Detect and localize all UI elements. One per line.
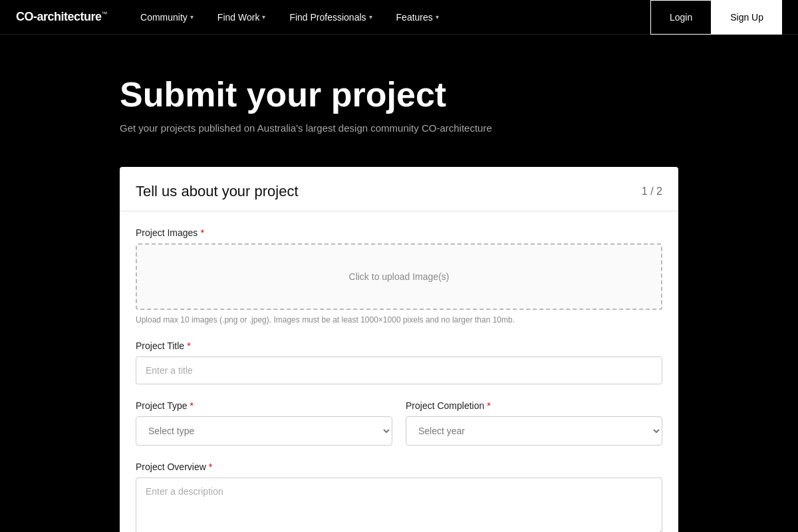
nav-label-find-work: Find Work [217,12,260,23]
form-step-indicator: 1 / 2 [642,186,662,198]
required-indicator: * [209,462,212,472]
project-type-label: Project Type * [136,400,392,411]
project-completion-group: Project Completion * Select year 2024 20… [406,400,662,446]
upload-hint: Upload max 10 images (.png or .jpeg). Im… [136,315,662,325]
chevron-down-icon: ▾ [190,13,194,21]
project-title-label: Project Title * [136,340,662,351]
project-images-label: Project Images * [136,227,662,238]
nav-item-find-professionals[interactable]: Find Professionals ▾ [277,0,384,35]
upload-text: Click to upload Image(s) [349,271,450,282]
logo-text: CO-architecture™ [16,10,107,23]
navbar: CO-architecture™ Community ▾ Find Work ▾… [0,0,798,35]
form-section-title: Tell us about your project [136,183,299,200]
project-title-group: Project Title * [136,340,662,384]
project-images-group: Project Images * Click to upload Image(s… [136,227,662,325]
form-header: Tell us about your project 1 / 2 [120,167,678,211]
project-overview-textarea[interactable] [136,477,662,532]
required-indicator: * [187,340,190,351]
project-overview-group: Project Overview * Please add a descript… [136,462,662,532]
required-indicator: * [200,227,203,238]
logo[interactable]: CO-architecture™ [16,10,128,24]
page-title: Submit your project [120,74,798,114]
hero-section: Submit your project Get your projects pu… [0,35,798,167]
form-card: Tell us about your project 1 / 2 Project… [120,167,678,532]
chevron-down-icon: ▾ [369,13,372,21]
nav-label-find-professionals: Find Professionals [289,12,366,23]
project-overview-label: Project Overview * [136,462,662,472]
type-completion-row: Project Type * Select type Residential C… [136,400,662,462]
nav-item-community[interactable]: Community ▾ [128,0,205,35]
image-upload-area[interactable]: Click to upload Image(s) [136,243,662,310]
nav-item-features[interactable]: Features ▾ [384,0,451,35]
nav-item-find-work[interactable]: Find Work ▾ [205,0,278,35]
project-type-group: Project Type * Select type Residential C… [136,400,392,446]
project-completion-select[interactable]: Select year 2024 2023 2022 2021 2020 201… [406,416,662,446]
required-indicator: * [190,400,194,411]
form-body: Project Images * Click to upload Image(s… [120,227,678,532]
nav-auth: Login Sign Up [650,0,782,35]
project-completion-label: Project Completion * [406,400,662,411]
chevron-down-icon: ▾ [436,13,439,21]
project-title-input[interactable] [136,356,662,384]
nav-label-community: Community [140,12,188,23]
page-subtitle: Get your projects published on Australia… [120,122,798,134]
chevron-down-icon: ▾ [262,13,265,21]
required-indicator: * [487,400,490,411]
login-button[interactable]: Login [650,0,712,35]
nav-label-features: Features [396,12,433,23]
signup-button[interactable]: Sign Up [712,0,782,35]
project-type-select[interactable]: Select type Residential Commercial Indus… [136,416,392,446]
nav-links: Community ▾ Find Work ▾ Find Professiona… [128,0,650,35]
